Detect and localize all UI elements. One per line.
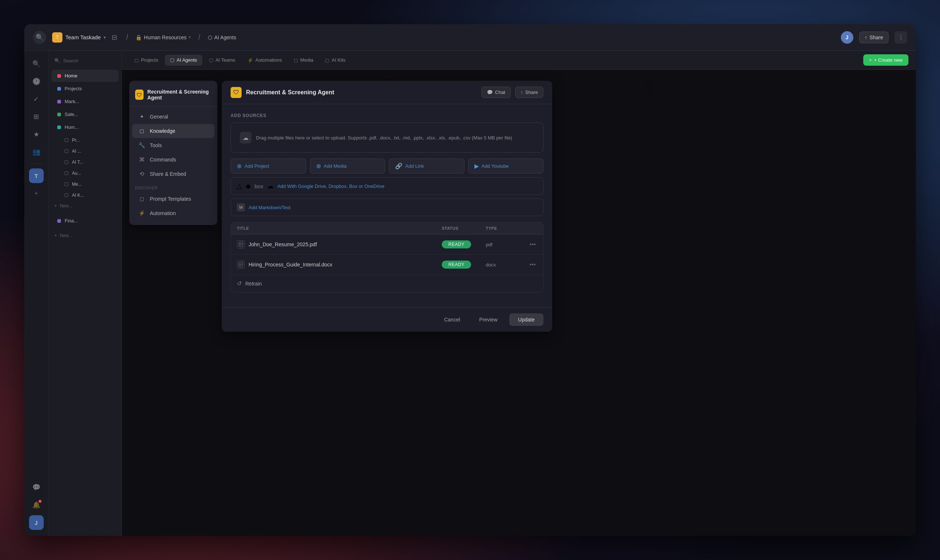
- add-youtube-button[interactable]: ▶ Add Youtube: [468, 158, 544, 174]
- nav-item-dot-home: [57, 74, 61, 78]
- nav-item-dot-sales: [57, 113, 61, 116]
- search-bar[interactable]: 🔍 Search: [48, 55, 122, 66]
- nav-add-workspace[interactable]: + New...: [48, 230, 122, 241]
- sidebar-icon-chat[interactable]: 💬: [29, 480, 44, 495]
- nav-sub-item-3[interactable]: AI T...: [62, 157, 119, 167]
- nav-sub-item-5[interactable]: Me...: [62, 180, 119, 189]
- menu-item-commands[interactable]: ⌘ Commands: [132, 153, 214, 167]
- sub-item-box-2: [65, 149, 68, 153]
- menu-label-commands: Commands: [150, 157, 176, 163]
- tab-ai-agents[interactable]: ⬡ AI Agents: [165, 55, 202, 66]
- modal-chat-button[interactable]: 💬 Chat: [481, 87, 510, 98]
- retrain-label: Retrain: [245, 281, 262, 287]
- menu-item-general[interactable]: ✦ General: [132, 110, 214, 124]
- team-avatar: T: [52, 32, 62, 43]
- add-media-button[interactable]: ⊕ Add Media: [310, 158, 385, 174]
- menu-item-tools[interactable]: 🔧 Tools: [132, 138, 214, 152]
- sidebar-icon-search[interactable]: 🔍: [29, 57, 44, 71]
- nav-item-finance[interactable]: Fina...: [51, 215, 119, 227]
- modal-title: Recruitment & Screening Agent: [246, 89, 477, 96]
- create-new-button[interactable]: + + Create new: [863, 54, 908, 66]
- topbar-share-button[interactable]: ↑ Share: [859, 32, 889, 43]
- sidebar-icon-star[interactable]: ★: [29, 127, 44, 142]
- nav-sub-item-6[interactable]: AI K...: [62, 191, 119, 200]
- nav-add-new[interactable]: + New...: [48, 200, 122, 211]
- sidebar-icon-people[interactable]: 👥: [29, 145, 44, 159]
- tab-ai-teams[interactable]: ⬡ AI Teams: [204, 55, 240, 66]
- nav-item-projects[interactable]: Projects: [51, 83, 119, 95]
- markdown-row[interactable]: M Add Markdown/Text: [231, 198, 544, 216]
- add-icon: +: [54, 203, 57, 208]
- nav-item-hr[interactable]: Hum...: [51, 121, 119, 133]
- file-menu-1[interactable]: •••: [528, 240, 537, 249]
- menu-item-share-embed[interactable]: ⟲ Share & Embed: [132, 167, 214, 181]
- add-link-label: Add Link: [405, 163, 424, 169]
- nav-item-home[interactable]: Home: [51, 70, 119, 82]
- team-selector[interactable]: T Team Taskade ▾: [52, 32, 106, 43]
- upload-zone[interactable]: ☁ Drag multiple files here or select to …: [231, 123, 544, 153]
- add-project-button[interactable]: ⊕ Add Project: [231, 158, 306, 174]
- source-buttons-row: ⊕ Add Project ⊕ Add Media 🔗 Add Link: [231, 158, 544, 174]
- sidebar-icon-grid[interactable]: ⊞: [29, 109, 44, 124]
- modal-body: ADD SOURCES ☁ Drag multiple files here o…: [222, 104, 552, 307]
- breadcrumb-section[interactable]: ⬡ AI Agents: [208, 34, 236, 40]
- menu-item-automation[interactable]: ⚡ Automation: [132, 206, 214, 220]
- upload-icon: ☁: [240, 132, 251, 143]
- file-icon-2: [237, 260, 245, 269]
- sidebar-icon-add[interactable]: +: [29, 186, 44, 201]
- file-actions-2: •••: [522, 260, 537, 269]
- tab-icon-ai-kits: ◻: [325, 57, 329, 63]
- file-menu-2[interactable]: •••: [528, 260, 537, 269]
- tab-projects[interactable]: ◻ Projects: [129, 55, 163, 66]
- sidebar-avatar[interactable]: T: [29, 168, 44, 183]
- update-button[interactable]: Update: [509, 313, 544, 326]
- menu-item-knowledge[interactable]: ◻ Knowledge: [132, 124, 214, 138]
- add-project-icon: ⊕: [237, 163, 242, 169]
- nav-sub-item-2[interactable]: AI ...: [62, 146, 119, 156]
- nav-sub-item-4[interactable]: Au...: [62, 168, 119, 178]
- side-menu-header: 🛡 Recruitment & Screening Agent: [129, 85, 217, 107]
- sidebar-user-avatar[interactable]: J: [29, 515, 44, 530]
- sub-item-box-1: [65, 138, 68, 142]
- nav-sub-item-1[interactable]: Pr...: [62, 135, 119, 145]
- tab-label-ai-teams: AI Teams: [216, 57, 235, 63]
- create-label: + Create new: [874, 57, 903, 63]
- breadcrumb-workspace[interactable]: 🔒 Human Resources ▾: [136, 34, 191, 40]
- modal-overlay: 🛡 Recruitment & Screening Agent ✦ Genera…: [122, 70, 916, 536]
- file-status-col-1: Ready: [442, 240, 486, 248]
- topbar: 🔍 T Team Taskade ▾ ⊟ / 🔒 Human Resources…: [24, 24, 916, 51]
- sidebar-icon-notifications[interactable]: 🔔: [29, 498, 44, 512]
- nav-item-marketing[interactable]: Mark...: [51, 95, 119, 108]
- tab-media[interactable]: ◻ Media: [289, 55, 318, 66]
- nav-item-sales[interactable]: Sale...: [51, 108, 119, 120]
- file-row-1[interactable]: John_Doe_Resume_2025.pdf Ready pdf •••: [231, 234, 543, 255]
- cloud-sources-row[interactable]: △ ◆ box ☁ Add With Google Drive, Dropbox…: [231, 177, 544, 195]
- add-project-label: Add Project: [245, 163, 269, 169]
- file-row-2[interactable]: Hiring_Process_Guide_Internal.docx Ready…: [231, 255, 543, 275]
- tab-icon-ai-agents: ⬡: [170, 57, 174, 63]
- tab-ai-kits[interactable]: ◻ AI Kits: [320, 55, 351, 66]
- retrain-row[interactable]: ↺ Retrain: [231, 275, 543, 292]
- menu-label-general: General: [150, 114, 168, 120]
- sidebar-icon-tasks[interactable]: ✓: [29, 92, 44, 106]
- chat-label: Chat: [495, 89, 505, 95]
- tab-icon-projects: ◻: [134, 57, 139, 63]
- sidebar-icon-recent[interactable]: 🕐: [29, 74, 44, 89]
- cancel-button[interactable]: Cancel: [436, 313, 467, 326]
- preview-button[interactable]: Preview: [472, 313, 505, 326]
- collapse-icon[interactable]: ⊟: [112, 33, 117, 42]
- modal-share-button[interactable]: ↑ Share: [515, 87, 544, 98]
- menu-item-prompt-templates[interactable]: ◻ Prompt Templates: [132, 192, 214, 206]
- user-avatar[interactable]: J: [841, 31, 853, 44]
- add-link-button[interactable]: 🔗 Add Link: [389, 158, 464, 174]
- settings-icon[interactable]: ⋮: [894, 31, 907, 44]
- add-link-icon: 🔗: [395, 163, 402, 169]
- cloud-label: Add With Google Drive, Dropbox, Box or O…: [277, 183, 384, 189]
- search-icon[interactable]: 🔍: [33, 31, 46, 44]
- menu-label-prompt-templates: Prompt Templates: [150, 196, 191, 202]
- tab-automations[interactable]: ⚡ Automations: [242, 55, 287, 66]
- search-icon-nav: 🔍: [54, 58, 60, 63]
- file-name-1: John_Doe_Resume_2025.pdf: [248, 242, 442, 247]
- modal-agent-icon: 🛡: [231, 87, 242, 98]
- add-media-icon: ⊕: [316, 163, 321, 169]
